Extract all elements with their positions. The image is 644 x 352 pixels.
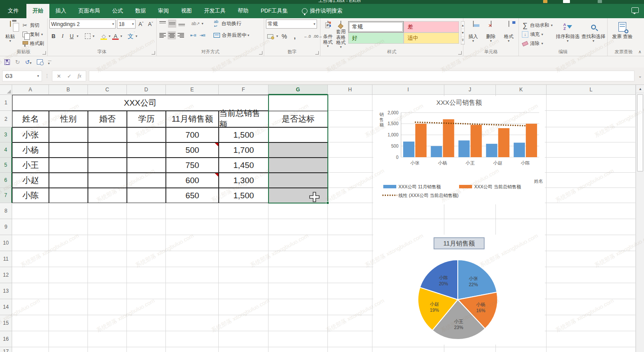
cell-E11[interactable] bbox=[166, 251, 219, 267]
cell-F9[interactable] bbox=[219, 219, 269, 235]
save-icon[interactable] bbox=[4, 59, 10, 65]
cut-button[interactable]: ✂剪切 bbox=[20, 21, 45, 29]
table-cell-B5[interactable] bbox=[49, 158, 88, 173]
increase-indent-icon[interactable]: ⇥≡ bbox=[198, 31, 207, 39]
orientation-button[interactable]: ab↗ bbox=[191, 19, 201, 28]
table-cell-B3[interactable] bbox=[49, 127, 88, 142]
row-header-6[interactable]: 6 bbox=[0, 173, 12, 188]
cell-L14[interactable] bbox=[547, 299, 636, 315]
cell-D13[interactable] bbox=[127, 283, 166, 299]
tab-file[interactable]: 文件 bbox=[0, 4, 26, 18]
align-bottom-icon[interactable] bbox=[178, 19, 186, 28]
fill-handle[interactable] bbox=[326, 201, 329, 204]
cell-L15[interactable] bbox=[547, 315, 636, 331]
cell-H10[interactable] bbox=[328, 235, 372, 251]
cell-H13[interactable] bbox=[328, 283, 372, 299]
fill-color-button[interactable]: ◇ bbox=[100, 32, 108, 40]
cell-H5[interactable] bbox=[328, 158, 372, 173]
print-preview-icon[interactable] bbox=[37, 59, 43, 65]
cell-H6[interactable] bbox=[328, 173, 372, 188]
cell-F12[interactable] bbox=[219, 267, 269, 283]
number-format-combo[interactable]: 常规▾ bbox=[266, 19, 317, 29]
cell-A17[interactable] bbox=[12, 347, 49, 352]
format-cells-button[interactable]: 格式▾ bbox=[501, 19, 517, 49]
cell-H4[interactable] bbox=[328, 142, 372, 158]
cell-F16[interactable] bbox=[219, 331, 269, 347]
cell-H3[interactable] bbox=[328, 127, 372, 142]
cell-D8[interactable] bbox=[127, 203, 166, 219]
merge-center-icon[interactable] bbox=[213, 31, 221, 39]
cell-G14[interactable] bbox=[269, 299, 328, 315]
cell-G8[interactable] bbox=[269, 203, 328, 219]
style-tile-差[interactable]: 差 bbox=[404, 21, 459, 32]
clipboard-dialog-launcher[interactable] bbox=[42, 51, 46, 55]
table-header-11月销售额[interactable]: 11月销售额 bbox=[166, 111, 219, 127]
cell-F11[interactable] bbox=[219, 251, 269, 267]
cell-B11[interactable] bbox=[49, 251, 88, 267]
cell-A13[interactable] bbox=[12, 283, 49, 299]
cell-H15[interactable] bbox=[328, 315, 372, 331]
cell-A12[interactable] bbox=[12, 267, 49, 283]
cell-C13[interactable] bbox=[88, 283, 127, 299]
table-cell-A7[interactable]: 小陈 bbox=[12, 188, 49, 203]
cell-D11[interactable] bbox=[127, 251, 166, 267]
align-top-icon[interactable] bbox=[159, 19, 167, 28]
cell-H2[interactable] bbox=[328, 111, 372, 127]
cell-H1[interactable] bbox=[328, 95, 372, 111]
cell-D16[interactable] bbox=[127, 331, 166, 347]
tab-视图[interactable]: 视图 bbox=[175, 4, 198, 18]
cell-C12[interactable] bbox=[88, 267, 127, 283]
copy-button[interactable]: 复制▾ bbox=[20, 30, 45, 39]
qat-customize-icon[interactable]: —▾ bbox=[48, 59, 52, 65]
table-cell-D3[interactable] bbox=[127, 127, 166, 142]
table-cell-C5[interactable] bbox=[88, 158, 127, 173]
cell-G11[interactable] bbox=[269, 251, 328, 267]
table-cell-D5[interactable] bbox=[127, 158, 166, 173]
cell-E9[interactable] bbox=[166, 219, 219, 235]
increase-decimal-button[interactable]: ←.0 bbox=[303, 32, 311, 40]
cancel-icon[interactable]: ✕ bbox=[57, 73, 61, 79]
table-header-性别[interactable]: 性别 bbox=[49, 111, 88, 127]
bold-button[interactable]: B bbox=[49, 32, 58, 40]
cell-G9[interactable] bbox=[269, 219, 328, 235]
column-header-F[interactable]: F bbox=[219, 85, 269, 95]
cell-H8[interactable] bbox=[328, 203, 372, 219]
column-header-B[interactable]: B bbox=[49, 85, 88, 95]
table-header-是否达标[interactable]: 是否达标 bbox=[269, 111, 328, 127]
tab-审阅[interactable]: 审阅 bbox=[152, 4, 175, 18]
insert-cells-button[interactable]: 插入▾ bbox=[465, 19, 481, 49]
scrollbar-thumb[interactable] bbox=[637, 94, 643, 171]
cell-B15[interactable] bbox=[49, 315, 88, 331]
fill-button[interactable]: ↓填充▾ bbox=[521, 30, 554, 39]
cell-B17[interactable] bbox=[49, 347, 88, 352]
tab-开发工具[interactable]: 开发工具 bbox=[198, 4, 232, 18]
wrap-text-icon[interactable]: ab↩ bbox=[212, 19, 220, 28]
cell-L5[interactable] bbox=[547, 158, 636, 173]
row-header-1[interactable]: 1 bbox=[0, 95, 12, 111]
cell-L6[interactable] bbox=[547, 173, 636, 188]
cell-J8[interactable] bbox=[444, 203, 496, 219]
row-header-15[interactable]: 15 bbox=[0, 315, 12, 331]
cell-L9[interactable] bbox=[547, 219, 636, 235]
table-cell-F4[interactable]: 1,700 bbox=[219, 142, 269, 158]
table-cell-G4[interactable] bbox=[269, 142, 328, 158]
cell-L7[interactable] bbox=[547, 188, 636, 203]
number-dialog-launcher[interactable] bbox=[315, 51, 319, 55]
paste-button[interactable]: 粘贴▾ bbox=[2, 19, 19, 49]
cell-E16[interactable] bbox=[166, 331, 219, 347]
delete-cells-button[interactable]: ✕ 删除▾ bbox=[483, 19, 499, 49]
cell-D15[interactable] bbox=[127, 315, 166, 331]
cell-I17[interactable] bbox=[372, 347, 444, 352]
tab-页面布局[interactable]: 页面布局 bbox=[72, 4, 106, 18]
cell-H9[interactable] bbox=[328, 219, 372, 235]
cell-I9[interactable] bbox=[372, 219, 444, 235]
row-header-17[interactable]: 17 bbox=[0, 347, 12, 352]
cell-C16[interactable] bbox=[88, 331, 127, 347]
table-header-当前总销售额[interactable]: 当前总销售额 bbox=[219, 111, 269, 127]
cell-I8[interactable] bbox=[372, 203, 444, 219]
cell-G10[interactable] bbox=[269, 235, 328, 251]
align-middle-icon[interactable] bbox=[168, 19, 176, 28]
cell-L1[interactable] bbox=[547, 95, 636, 111]
tab-数据[interactable]: 数据 bbox=[129, 4, 152, 18]
cell-C14[interactable] bbox=[88, 299, 127, 315]
